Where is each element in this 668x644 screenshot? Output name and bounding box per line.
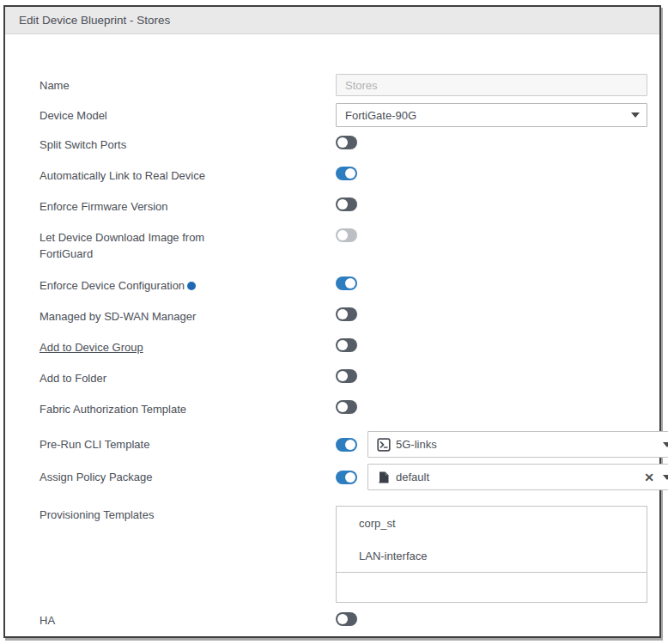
add-device-group-link[interactable]: Add to Device Group — [39, 338, 336, 355]
device-model-value: FortiGate-90G — [345, 109, 624, 122]
policy-package-icon — [377, 471, 391, 484]
ha-toggle[interactable] — [336, 612, 357, 626]
dialog-title: Edit Device Blueprint - Stores — [19, 14, 170, 27]
device-model-select[interactable]: FortiGate-90G — [336, 103, 647, 127]
device-model-label: Device Model — [39, 107, 336, 124]
auto-link-real-device-row: Automatically Link to Real Device — [39, 167, 647, 182]
cli-terminal-icon — [377, 438, 391, 452]
device-model-row: Device Model FortiGate-90G — [39, 103, 647, 127]
fabric-auth-template-toggle[interactable] — [336, 400, 357, 414]
policy-package-select[interactable]: default ✕ — [367, 464, 668, 490]
pre-run-cli-row: Pre-Run CLI Template 5G-links — [39, 431, 647, 458]
toggle-knob — [337, 614, 348, 624]
policy-package-label: Assign Policy Package — [39, 469, 336, 485]
toggle-knob — [337, 230, 348, 240]
fabric-auth-template-label: Fabric Authorization Template — [39, 400, 336, 417]
toggle-knob — [345, 440, 355, 450]
clear-icon[interactable]: ✕ — [642, 471, 656, 483]
add-to-folder-toggle[interactable] — [336, 369, 357, 383]
add-device-group-row: Add to Device Group — [39, 338, 647, 354]
ha-label: HA — [39, 611, 336, 629]
policy-package-row: Assign Policy Package default ✕ — [39, 464, 647, 490]
name-label: Name — [39, 77, 336, 94]
split-switch-ports-toggle[interactable] — [336, 136, 357, 149]
add-device-group-toggle[interactable] — [336, 338, 357, 352]
enforce-device-config-row: Enforce Device Configuration — [39, 276, 647, 292]
dialog-titlebar: Edit Device Blueprint - Stores — [5, 7, 659, 34]
sdwan-manager-toggle[interactable] — [336, 307, 357, 321]
chevron-down-icon — [663, 442, 668, 447]
download-image-fortiguard-toggle — [336, 228, 357, 242]
toggle-knob — [345, 278, 355, 289]
sdwan-manager-row: Managed by SD-WAN Manager — [39, 307, 647, 323]
provisioning-template-new-input[interactable] — [336, 572, 647, 603]
pre-run-cli-toggle[interactable] — [336, 438, 357, 452]
toggle-knob — [337, 137, 348, 148]
add-to-folder-row: Add to Folder — [39, 369, 647, 385]
pre-run-cli-label: Pre-Run CLI Template — [39, 436, 336, 453]
fabric-auth-template-row: Fabric Authorization Template — [39, 400, 647, 416]
toggle-knob — [337, 309, 348, 319]
enforce-firmware-version-row: Enforce Firmware Version — [39, 197, 647, 213]
provisioning-templates-row: Provisioning Templates corp_st LAN-inter… — [39, 506, 647, 603]
chevron-down-icon — [631, 112, 640, 118]
toggle-knob — [345, 168, 355, 179]
toggle-knob — [337, 340, 348, 350]
enforce-device-config-label: Enforce Device Configuration — [39, 276, 336, 294]
provisioning-templates-box: corp_st LAN-interface — [336, 506, 647, 603]
toggle-knob — [337, 199, 348, 210]
add-to-folder-label: Add to Folder — [39, 369, 336, 386]
download-image-fortiguard-row: Let Device Download Image from FortiGuar… — [39, 228, 647, 263]
split-switch-ports-label: Split Switch Ports — [39, 136, 336, 153]
toggle-knob — [345, 472, 355, 483]
toggle-knob — [337, 371, 348, 381]
sdwan-manager-label: Managed by SD-WAN Manager — [39, 307, 336, 325]
download-image-fortiguard-label: Let Device Download Image from FortiGuar… — [39, 228, 336, 262]
enforce-firmware-version-toggle[interactable] — [336, 197, 357, 211]
list-item[interactable]: corp_st — [337, 507, 647, 539]
policy-package-toggle[interactable] — [336, 471, 357, 484]
provisioning-templates-label: Provisioning Templates — [39, 506, 336, 523]
enforce-device-config-toggle[interactable] — [336, 276, 357, 290]
split-switch-ports-row: Split Switch Ports — [39, 136, 647, 151]
dialog-content: Name Device Model FortiGate-90G Split Sw… — [5, 34, 659, 627]
pre-run-cli-value: 5G-links — [396, 438, 437, 451]
policy-package-value: default — [396, 471, 429, 483]
provisioning-templates-list: corp_st LAN-interface — [336, 506, 647, 573]
name-row: Name — [39, 74, 647, 96]
info-dot-icon — [187, 282, 196, 290]
name-input — [336, 74, 647, 96]
ha-row: HA — [39, 611, 647, 627]
enforce-firmware-version-label: Enforce Firmware Version — [39, 197, 336, 215]
list-item[interactable]: LAN-interface — [337, 539, 647, 572]
pre-run-cli-select[interactable]: 5G-links — [367, 431, 668, 458]
auto-link-real-device-toggle[interactable] — [336, 167, 357, 180]
toggle-knob — [337, 402, 348, 412]
edit-device-blueprint-dialog: Edit Device Blueprint - Stores Name Devi… — [3, 5, 661, 638]
chevron-down-icon — [663, 475, 668, 480]
auto-link-real-device-label: Automatically Link to Real Device — [39, 167, 336, 184]
